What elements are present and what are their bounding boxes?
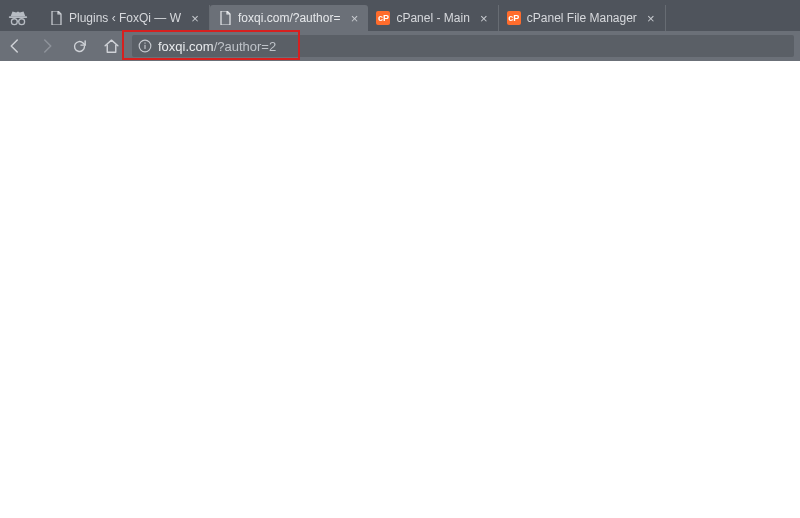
back-button[interactable] xyxy=(4,35,26,57)
tab-0[interactable]: Plugins ‹ FoxQi — W × xyxy=(41,5,210,31)
file-icon xyxy=(218,11,232,25)
tab-title: foxqi.com/?author= xyxy=(238,11,340,25)
page-content xyxy=(0,61,800,518)
url-text: foxqi.com/?author=2 xyxy=(158,39,276,54)
tab-title: Plugins ‹ FoxQi — W xyxy=(69,11,181,25)
close-icon[interactable]: × xyxy=(189,12,201,24)
forward-button[interactable] xyxy=(36,35,58,57)
cpanel-icon: cP xyxy=(376,11,390,25)
close-icon[interactable]: × xyxy=(478,12,490,24)
url-path: /?author=2 xyxy=(214,39,277,54)
incognito-icon xyxy=(1,5,35,31)
close-icon[interactable]: × xyxy=(348,12,360,24)
browser-chrome: Plugins ‹ FoxQi — W × foxqi.com/?author=… xyxy=(0,0,800,61)
svg-rect-0 xyxy=(9,16,27,18)
tab-1[interactable]: foxqi.com/?author= × xyxy=(210,5,368,31)
new-tab-button[interactable] xyxy=(670,13,688,31)
address-bar-container: foxqi.com/?author=2 xyxy=(132,35,794,57)
svg-point-1 xyxy=(11,19,17,25)
url-host: foxqi.com xyxy=(158,39,214,54)
svg-point-2 xyxy=(19,19,25,25)
svg-rect-4 xyxy=(144,45,145,49)
tab-title: cPanel File Manager xyxy=(527,11,637,25)
reload-button[interactable] xyxy=(68,35,90,57)
tab-3[interactable]: cP cPanel File Manager × xyxy=(499,5,666,31)
tab-strip: Plugins ‹ FoxQi — W × foxqi.com/?author=… xyxy=(0,0,800,31)
site-info-icon[interactable] xyxy=(138,39,152,53)
close-icon[interactable]: × xyxy=(645,12,657,24)
tab-2[interactable]: cP cPanel - Main × xyxy=(368,5,498,31)
toolbar: foxqi.com/?author=2 xyxy=(0,31,800,61)
cpanel-icon: cP xyxy=(507,11,521,25)
svg-rect-5 xyxy=(144,43,145,44)
home-button[interactable] xyxy=(100,35,122,57)
file-icon xyxy=(49,11,63,25)
tab-title: cPanel - Main xyxy=(396,11,469,25)
address-bar[interactable]: foxqi.com/?author=2 xyxy=(132,35,794,57)
